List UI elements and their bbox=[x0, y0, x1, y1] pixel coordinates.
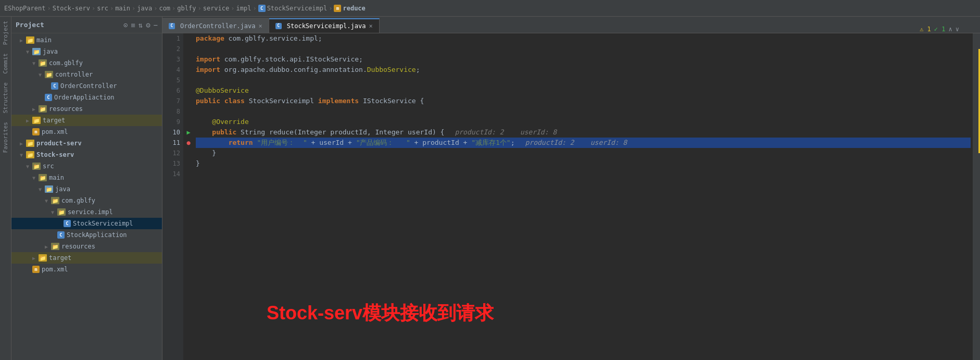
breadcrumb-item-com[interactable]: com bbox=[159, 5, 170, 12]
code-line-3: import com.gblfy.stock.api.IStockService… bbox=[196, 54, 971, 65]
tree-item-pom1[interactable]: m pom.xml bbox=[11, 126, 162, 138]
collapse-icon[interactable]: ≡ bbox=[131, 21, 135, 29]
breadcrumb-sep: › bbox=[132, 5, 135, 12]
code-line-12: } bbox=[196, 148, 971, 158]
tree-item-src[interactable]: ▼ 📁 src bbox=[11, 160, 162, 172]
code-line-8 bbox=[196, 106, 971, 117]
project-tree: ▶ 📁 main ▼ 📁 java ▼ 📁 com.gblfy ▼ 📁 cont… bbox=[11, 33, 162, 360]
gutter-1 bbox=[183, 33, 194, 44]
tree-item-orderapplication[interactable]: C OrderAppliaction bbox=[11, 92, 162, 103]
warning-indicator: ⚠ 1 bbox=[920, 26, 931, 33]
settings-icon[interactable]: ⚙ bbox=[146, 21, 150, 29]
check-indicator: ✓ 1 bbox=[934, 26, 946, 33]
breadcrumb-item-src[interactable]: src bbox=[97, 5, 108, 12]
sidebar-tab-project[interactable]: Project bbox=[0, 17, 11, 49]
code-line-1: package com.gblfy.service.impl; bbox=[196, 33, 971, 44]
breadcrumb-sep: › bbox=[329, 5, 332, 12]
sidebar-tabs: Project Commit Structure Favorites bbox=[0, 17, 11, 360]
sidebar-tab-commit[interactable]: Commit bbox=[0, 49, 11, 78]
breadcrumb-sep: › bbox=[197, 5, 201, 12]
gutter-6 bbox=[183, 85, 194, 96]
breadcrumb-item-method[interactable]: reduce bbox=[343, 5, 365, 12]
gutter-11-breakpoint[interactable]: ● bbox=[183, 138, 194, 148]
tree-item-com-gblfy2[interactable]: ▼ 📁 com.gblfy bbox=[11, 195, 162, 206]
gutter-5 bbox=[183, 75, 194, 85]
tab-bar: C OrderController.java × C StockServicei… bbox=[162, 17, 980, 33]
tree-item-target2[interactable]: ▶ 📁 target bbox=[11, 252, 162, 264]
expand-button[interactable]: ∧ bbox=[949, 26, 952, 33]
gutter-12 bbox=[183, 148, 194, 158]
big-annotation: Stock-serv模块接收到请求 bbox=[267, 308, 494, 318]
line-num-13: 13 bbox=[166, 158, 180, 169]
tree-item-controller[interactable]: ▼ 📁 controller bbox=[11, 69, 162, 80]
line-num-8: 8 bbox=[166, 106, 180, 117]
breadcrumb-sep: › bbox=[253, 5, 256, 12]
gutter-9 bbox=[183, 117, 194, 127]
breadcrumb-item-stockserv[interactable]: Stock-serv bbox=[53, 5, 90, 12]
breadcrumb-item-java[interactable]: java bbox=[137, 5, 152, 12]
breadcrumb-item-impl[interactable]: impl bbox=[236, 5, 252, 12]
tree-item-productserv[interactable]: ▶ 📁 product-serv bbox=[11, 138, 162, 149]
line-numbers: 1 2 3 4 5 6 7 8 9 10 11 12 13 14 bbox=[162, 33, 183, 360]
method-icon: m bbox=[334, 5, 341, 12]
tree-item-pom2[interactable]: m pom.xml bbox=[11, 264, 162, 275]
code-line-14 bbox=[196, 169, 971, 179]
tree-item-ordercontroller[interactable]: C OrderController bbox=[11, 80, 162, 92]
tree-item-resources2[interactable]: ▶ 📁 resources bbox=[11, 241, 162, 252]
gutter-3 bbox=[183, 54, 194, 65]
tab-close-stockserviceimpl[interactable]: × bbox=[369, 22, 372, 30]
expand-icon[interactable]: ⇅ bbox=[139, 21, 143, 29]
breadcrumb-item-eshopparent[interactable]: EShopParent bbox=[4, 5, 45, 12]
tree-item-main[interactable]: ▶ 📁 main bbox=[11, 34, 162, 46]
gutter-4 bbox=[183, 65, 194, 75]
gutter-8 bbox=[183, 106, 194, 117]
tree-item-stockapplication[interactable]: C StockApplication bbox=[11, 229, 162, 241]
breadcrumb-item-gblfy[interactable]: gblfy bbox=[177, 5, 196, 12]
breadcrumb-item-class[interactable]: StockServiceimpl bbox=[267, 5, 328, 12]
expand-button2[interactable]: ∨ bbox=[956, 26, 959, 33]
tab-stockserviceimpl[interactable]: C StockServiceimpl.java × bbox=[269, 18, 380, 33]
close-icon[interactable]: − bbox=[154, 21, 158, 29]
project-header: Project ⊙ ≡ ⇅ ⚙ − bbox=[11, 17, 162, 33]
line-num-11: 11 bbox=[166, 138, 180, 148]
right-gutter bbox=[973, 33, 980, 360]
line-num-4: 4 bbox=[166, 65, 180, 75]
sidebar-tab-favorites[interactable]: Favorites bbox=[0, 118, 11, 157]
tree-item-com-gblfy[interactable]: ▼ 📁 com.gblfy bbox=[11, 57, 162, 69]
project-title: Project bbox=[16, 21, 120, 29]
tree-item-resources1[interactable]: ▶ 📁 resources bbox=[11, 103, 162, 115]
tree-item-java[interactable]: ▼ 📁 java bbox=[11, 46, 162, 57]
tree-item-stockserviceimpl[interactable]: C StockServiceimpl bbox=[11, 218, 162, 229]
tree-item-target1[interactable]: ▶ 📁 target bbox=[11, 115, 162, 126]
editor-content: 1 2 3 4 5 6 7 8 9 10 11 12 13 14 bbox=[162, 33, 980, 360]
breadcrumb-sep: › bbox=[172, 5, 175, 12]
tree-item-java2[interactable]: ▼ 📁 java bbox=[11, 183, 162, 195]
code-line-4: import org.apache.dubbo.config.annotatio… bbox=[196, 65, 971, 75]
gutter-10-run[interactable]: ▶ bbox=[183, 127, 194, 138]
project-panel: Project ⊙ ≡ ⇅ ⚙ − ▶ 📁 main ▼ 📁 java bbox=[11, 17, 162, 360]
code-area[interactable]: package com.gblfy.service.impl; import c… bbox=[194, 33, 973, 360]
tree-item-main2[interactable]: ▼ 📁 main bbox=[11, 172, 162, 183]
line-num-5: 5 bbox=[166, 75, 180, 85]
tab-close-ordercontroller[interactable]: × bbox=[259, 22, 262, 30]
gutter-2 bbox=[183, 44, 194, 54]
editor-area: C OrderController.java × C StockServicei… bbox=[162, 17, 980, 360]
line-num-1: 1 bbox=[166, 33, 180, 44]
tree-item-service-impl[interactable]: ▼ 📁 service.impl bbox=[11, 206, 162, 218]
code-line-9: @Override bbox=[196, 117, 971, 127]
breadcrumb-bar: EShopParent › Stock-serv › src › main › … bbox=[0, 0, 980, 17]
sync-icon[interactable]: ⊙ bbox=[123, 21, 128, 29]
line-num-9: 9 bbox=[166, 117, 180, 127]
breadcrumb-item-main[interactable]: main bbox=[115, 5, 130, 12]
breadcrumb-sep: › bbox=[92, 5, 95, 12]
line-num-6: 6 bbox=[166, 85, 180, 96]
tab-ordercontroller[interactable]: C OrderController.java × bbox=[162, 18, 269, 33]
tree-item-stockserv[interactable]: ▼ 📁 Stock-serv bbox=[11, 149, 162, 160]
code-line-13: } bbox=[196, 158, 971, 169]
breadcrumb-item-service[interactable]: service bbox=[203, 5, 230, 12]
breadcrumb-sep: › bbox=[231, 5, 234, 12]
code-line-10: public String reduce(Integer productId, … bbox=[196, 127, 971, 138]
line-num-12: 12 bbox=[166, 148, 180, 158]
sidebar-tab-structure[interactable]: Structure bbox=[0, 78, 11, 118]
line-num-7: 7 bbox=[166, 96, 180, 106]
